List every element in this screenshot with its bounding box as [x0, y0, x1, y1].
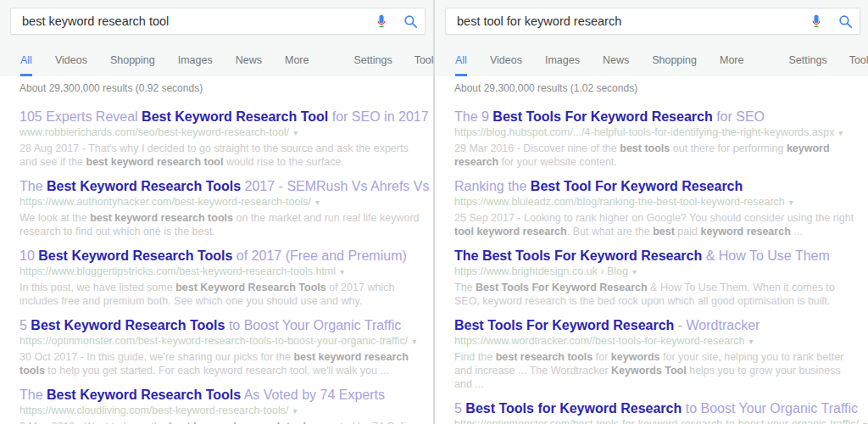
result-url[interactable]: https://www.bluleadz.com/blog/ranking-th…	[454, 196, 854, 209]
result-url-text: https://www.brightdesign.co.uk › Blog	[454, 265, 628, 277]
tab-videos[interactable]: Videos	[490, 54, 522, 76]
result-title-link[interactable]: Best Tools For Keyword Research - Wordtr…	[454, 317, 854, 333]
tab-shopping[interactable]: Shopping	[652, 54, 697, 76]
snippet-segment: best keyword research tools	[169, 421, 312, 424]
snippet-segment: for your website content.	[498, 156, 617, 168]
result-url-text: https://www.bloggertipstricks.com/best-k…	[19, 265, 336, 277]
title-segment: The Best Tools For Keyword Research	[454, 248, 702, 263]
title-segment: The	[19, 388, 47, 402]
menu-tools[interactable]: Tools	[415, 54, 433, 76]
menu-tools[interactable]: Tools	[849, 54, 868, 76]
result-title-link[interactable]: 105 Experts Reveal Best Keyword Research…	[19, 109, 420, 125]
tab-images[interactable]: Images	[545, 54, 580, 76]
title-segment: Best Tools For Keyword Research	[492, 109, 712, 124]
snippet-segment: Keywords Tool	[611, 365, 687, 377]
search-box[interactable]: best keyword research tool	[10, 8, 426, 35]
title-segment: to Boost Your Organic Traffic	[682, 401, 858, 416]
result-url-text: www.robbierichards.com/seo/best-keyword-…	[19, 126, 289, 138]
result-title-link[interactable]: The Best Keyword Research Tools 2017 - S…	[19, 178, 420, 194]
result-dropdown-icon[interactable]: ▾	[789, 198, 793, 207]
tab-all[interactable]: All	[455, 54, 467, 76]
snippet-segment: would rise to the surface.	[223, 156, 343, 168]
snippet-segment: for	[593, 351, 611, 363]
title-segment: of 2017 (Free and Premium)	[232, 248, 406, 263]
result-url[interactable]: https://www.bloggertipstricks.com/best-k…	[19, 265, 420, 278]
search-input[interactable]: best keyword research tool	[11, 14, 367, 28]
search-result: 5 Best Tools for Keyword Research to Boo…	[454, 400, 854, 424]
tab-shopping[interactable]: Shopping	[110, 54, 155, 76]
result-title-link[interactable]: The Best Tools For Keyword Research & Ho…	[454, 248, 854, 264]
result-snippet: 29 Mar 2016 - Discover nine of the best …	[454, 142, 854, 169]
menu-settings[interactable]: Settings	[788, 54, 826, 76]
search-result: 10 Best Keyword Research Tools of 2017 (…	[19, 248, 420, 308]
search-box[interactable]: best tool for keyword research	[445, 8, 860, 35]
title-segment: 5	[454, 401, 465, 416]
title-segment: Best Keyword Research Tool	[142, 109, 328, 124]
title-segment: 5	[19, 318, 31, 332]
snippet-segment: . But what are the	[567, 226, 653, 237]
title-segment: Best Tools for Keyword Research	[465, 401, 682, 416]
title-segment: Best Keyword Research Tools	[31, 318, 225, 332]
result-url[interactable]: https://www.authorityhacker.com/best-key…	[19, 196, 420, 209]
result-title-link[interactable]: 5 Best Tools for Keyword Research to Boo…	[454, 400, 854, 416]
results-area: About 29,300,000 results (1.02 seconds) …	[435, 76, 868, 424]
search-result: The 9 Best Tools For Keyword Research fo…	[454, 109, 854, 169]
search-icon[interactable]	[831, 8, 860, 34]
mic-icon[interactable]	[367, 8, 396, 34]
result-snippet: 28 Aug 2017 - That's why I decided to go…	[19, 142, 420, 169]
snippet-segment: The	[454, 282, 476, 293]
mic-icon[interactable]	[802, 8, 831, 34]
result-url[interactable]: https://optinmonster.com/best-tools-for-…	[454, 418, 854, 424]
result-title-link[interactable]: 5 Best Keyword Research Tools to Boost Y…	[19, 317, 420, 333]
tab-all[interactable]: All	[20, 54, 32, 76]
title-segment: Best Tools For Keyword Research	[454, 318, 674, 332]
serp-panel-right: best tool for keyword research	[435, 0, 868, 424]
result-dropdown-icon[interactable]: ▾	[632, 267, 637, 276]
result-dropdown-icon[interactable]: ▾	[412, 337, 416, 346]
snippet-segment: 30 Oct 2017 - In this guide, we're shari…	[19, 351, 293, 363]
result-snippet: Find the best research tools for keyword…	[454, 350, 854, 391]
search-result: Best Tools For Keyword Research - Wordtr…	[454, 317, 854, 391]
tab-videos[interactable]: Videos	[55, 54, 87, 76]
title-segment: Best Keyword Research Tools	[38, 248, 232, 263]
tab-more[interactable]: More	[285, 54, 309, 76]
result-title-link[interactable]: The Best Keyword Research Tools As Voted…	[19, 387, 420, 403]
title-segment: to Boost Your Organic Traffic	[225, 318, 401, 332]
search-result: The Best Keyword Research Tools 2017 - S…	[19, 178, 420, 238]
snippet-segment: keywords	[611, 351, 660, 363]
result-url-text: https://www.cloudliving.com/best-keyword…	[19, 404, 288, 416]
snippet-segment: to help you get started. For each keywor…	[45, 365, 389, 377]
result-url[interactable]: https://optinmonster.com/best-keyword-re…	[19, 335, 420, 348]
tab-more[interactable]: More	[720, 54, 743, 76]
tab-news[interactable]: News	[603, 54, 629, 76]
result-url[interactable]: https://www.brightdesign.co.uk › Blog▾	[454, 265, 854, 278]
result-dropdown-icon[interactable]: ▾	[293, 128, 298, 137]
snippet-segment: best research tools	[496, 351, 593, 363]
result-title-link[interactable]: The 9 Best Tools For Keyword Research fo…	[454, 109, 854, 125]
search-result: 5 Best Keyword Research Tools to Boost Y…	[19, 317, 420, 377]
result-dropdown-icon[interactable]: ▾	[863, 420, 867, 424]
snippet-segment: Find the	[454, 351, 496, 363]
tab-news[interactable]: News	[236, 54, 262, 76]
result-dropdown-icon[interactable]: ▾	[292, 406, 297, 416]
title-segment: As Voted by 74 Experts	[241, 388, 385, 402]
search-icon[interactable]	[396, 8, 425, 34]
result-dropdown-icon[interactable]: ▾	[315, 198, 320, 207]
result-title-link[interactable]: 10 Best Keyword Research Tools of 2017 (…	[19, 248, 420, 264]
menu-settings[interactable]: Settings	[353, 54, 392, 76]
result-url[interactable]: https://www.cloudliving.com/best-keyword…	[19, 404, 420, 417]
result-type-tabs: AllVideosShoppingImagesNewsMore Settings…	[0, 54, 433, 76]
title-segment: & How To Use Them	[702, 248, 830, 263]
result-url[interactable]: www.robbierichards.com/seo/best-keyword-…	[19, 126, 420, 139]
result-url[interactable]: https://www.wordtracker.com//best-tools-…	[454, 335, 854, 348]
snippet-segment: out there for performing	[670, 142, 787, 154]
result-dropdown-icon[interactable]: ▾	[838, 128, 843, 137]
result-dropdown-icon[interactable]: ▾	[340, 267, 344, 276]
result-dropdown-icon[interactable]: ▾	[748, 337, 753, 346]
snippet-segment: best keyword research tool	[86, 156, 224, 168]
tab-images[interactable]: Images	[178, 54, 213, 76]
search-input[interactable]: best tool for keyword research	[446, 14, 802, 28]
snippet-segment: 25 Sep 2017 - Looking to rank higher on …	[454, 212, 854, 224]
result-url[interactable]: https://blog.hubspot.com/.../4-helpful-t…	[454, 126, 854, 139]
result-title-link[interactable]: Ranking the Best Tool For Keyword Resear…	[454, 178, 854, 194]
